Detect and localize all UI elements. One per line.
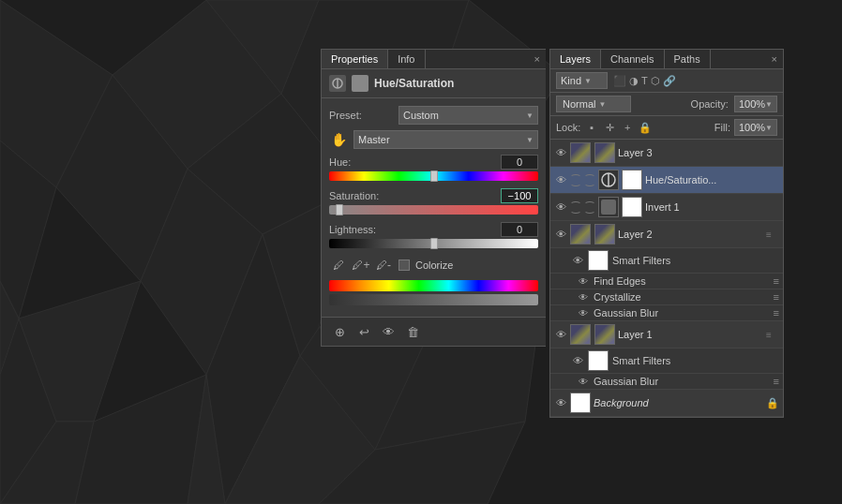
tab-paths[interactable]: Paths xyxy=(665,50,711,68)
layer1-thumb2 xyxy=(594,324,615,345)
hue-sat-icon xyxy=(352,75,368,92)
panel-header: Hue/Saturation xyxy=(322,69,546,98)
visibility-btn[interactable]: 👁 xyxy=(378,321,398,342)
eyedropper-plus-btn[interactable]: 🖊+ xyxy=(352,256,370,274)
smart-filters-layer2-vis[interactable]: 👁 xyxy=(571,254,584,267)
blend-mode-dropdown[interactable]: Normal ▼ xyxy=(556,96,631,112)
hue-gradient-track[interactable] xyxy=(329,171,538,181)
opacity-arrow: ▼ xyxy=(765,100,773,109)
shape-filter-icon[interactable]: ⬡ xyxy=(651,75,660,87)
add-adj-btn[interactable]: ⊕ xyxy=(329,321,350,342)
find-edges-vis[interactable]: 👁 xyxy=(579,276,588,287)
eyedropper-btn[interactable]: 🖊 xyxy=(329,256,348,274)
colorize-checkbox[interactable] xyxy=(398,259,410,271)
layers-close-btn[interactable]: × xyxy=(766,50,783,68)
opacity-value[interactable]: 100% ▼ xyxy=(734,96,777,112)
filter-gaussian-blur-layer2[interactable]: 👁 Gaussian Blur ≡ xyxy=(550,305,783,321)
invert1-visibility-icon[interactable]: 👁 xyxy=(554,200,567,214)
saturation-slider-thumb[interactable] xyxy=(336,204,343,215)
pixel-filter-icon[interactable]: ⬛ xyxy=(613,75,626,87)
lightness-slider-thumb[interactable] xyxy=(430,238,438,249)
hue-slider-thumb[interactable] xyxy=(430,170,438,182)
lightness-gradient-track[interactable] xyxy=(329,239,538,248)
preset-dropdown[interactable]: Custom ▼ xyxy=(398,106,538,125)
saturation-label: Saturation: xyxy=(329,190,379,201)
gaussian-blur-layer1-options-icon[interactable]: ≡ xyxy=(774,376,779,387)
layer3-visibility-icon[interactable]: 👁 xyxy=(554,146,567,159)
lock-bar: Lock: ▪ ✛ + 🔒 Fill: 100% ▼ xyxy=(550,116,783,140)
lock-icons: ▪ ✛ + 🔒 xyxy=(584,120,653,135)
layer-item-background[interactable]: 👁 Background 🔒 xyxy=(550,390,783,417)
saturation-gradient-track[interactable] xyxy=(329,205,538,215)
kind-dropdown[interactable]: Kind ▼ xyxy=(556,72,608,89)
smart-filters-layer1-vis[interactable]: 👁 xyxy=(571,354,584,367)
gaussian-blur-layer2-options-icon[interactable]: ≡ xyxy=(774,307,779,319)
hue-sat-visibility-icon[interactable]: 👁 xyxy=(554,173,567,186)
tab-properties[interactable]: Properties xyxy=(322,50,388,68)
adj-filter-icon[interactable]: ◑ xyxy=(629,75,639,87)
eyedropper-minus-btn[interactable]: 🖊- xyxy=(374,256,393,274)
filter-find-edges[interactable]: 👁 Find Edges ≡ xyxy=(550,274,783,289)
channel-row: ✋ Master ▼ xyxy=(329,130,538,149)
delete-btn[interactable]: 🗑 xyxy=(402,321,423,342)
opacity-label: Opacity: xyxy=(691,98,729,110)
filter-gaussian-blur-layer1[interactable]: 👁 Gaussian Blur ≡ xyxy=(550,374,783,390)
tab-channels[interactable]: Channels xyxy=(601,50,664,68)
layer1-visibility-icon[interactable]: 👁 xyxy=(554,328,567,341)
gaussian-blur-layer2-name: Gaussian Blur xyxy=(594,307,771,319)
smart-filter-icon[interactable]: 🔗 xyxy=(663,75,676,87)
hue-color-bar xyxy=(329,280,538,291)
gaussian-blur-layer2-vis[interactable]: 👁 xyxy=(579,308,588,319)
fill-value[interactable]: 100% ▼ xyxy=(734,119,777,136)
layer-item-layer3[interactable]: 👁 Layer 3 xyxy=(550,140,783,167)
properties-panel: Properties Info × Hue/Saturation Preset:… xyxy=(321,49,546,347)
background-lock-icon: 🔒 xyxy=(766,397,779,409)
hue-sat-name: Hue/Saturatio... xyxy=(645,174,779,185)
layer-item-layer1[interactable]: 👁 Layer 1 ≡ xyxy=(550,321,783,348)
lock-pixels-icon[interactable]: ▪ xyxy=(584,120,599,135)
smart-filters-layer1-thumb xyxy=(588,350,609,371)
layer2-name: Layer 2 xyxy=(618,229,763,240)
lock-artboard-icon[interactable]: + xyxy=(620,120,635,135)
layer-item-hue-sat[interactable]: 👁 ⁐ ⁐ Hue/Saturatio... xyxy=(550,167,783,194)
gaussian-blur-layer1-vis[interactable]: 👁 xyxy=(579,377,588,387)
layer2-visibility-icon[interactable]: 👁 xyxy=(554,228,567,241)
gaussian-blur-layer1-name: Gaussian Blur xyxy=(594,376,771,387)
lock-all-icon[interactable]: 🔒 xyxy=(638,120,653,135)
lock-position-icon[interactable]: ✛ xyxy=(602,120,617,135)
blend-mode-arrow: ▼ xyxy=(598,100,606,109)
smart-filters-layer1[interactable]: 👁 Smart Filters xyxy=(550,348,783,374)
layer-item-invert1[interactable]: 👁 ⁐ ⁐ Invert 1 xyxy=(550,194,783,221)
layer2-thumb xyxy=(570,224,591,245)
background-visibility-icon[interactable]: 👁 xyxy=(554,396,567,409)
type-filter-icon[interactable]: T xyxy=(641,75,648,87)
layer1-options-icon[interactable]: ≡ xyxy=(766,330,779,340)
tab-layers[interactable]: Layers xyxy=(550,50,601,68)
properties-close-btn[interactable]: × xyxy=(529,50,546,68)
invert1-chain2: ⁐ xyxy=(584,201,595,213)
reset-btn[interactable]: ↩ xyxy=(353,321,374,342)
hue-value[interactable]: 0 xyxy=(501,155,538,170)
hue-sat-mask-chain: ⁐ xyxy=(584,174,595,185)
find-edges-options-icon[interactable]: ≡ xyxy=(774,275,779,287)
hue-sat-mask-thumb xyxy=(622,170,642,190)
hue-sat-link-chain: ⁐ xyxy=(570,174,581,185)
smart-filters-layer2-label: Smart Filters xyxy=(612,255,670,266)
lightness-value[interactable]: 0 xyxy=(501,222,538,237)
saturation-value[interactable]: −100 xyxy=(501,188,538,203)
invert1-mask-thumb xyxy=(622,197,642,217)
layer2-options-icon[interactable]: ≡ xyxy=(766,230,779,240)
crystallize-vis[interactable]: 👁 xyxy=(579,292,588,303)
layer2-thumb2 xyxy=(594,224,615,245)
crystallize-options-icon[interactable]: ≡ xyxy=(774,291,779,303)
channel-dropdown[interactable]: Master ▼ xyxy=(353,130,538,149)
fill-arrow: ▼ xyxy=(765,124,773,132)
saturation-slider-row: Saturation: −100 xyxy=(329,188,538,215)
layers-tabs: Layers Channels Paths × xyxy=(550,50,783,69)
hue-sat-adj-thumb xyxy=(598,170,619,190)
kind-arrow: ▼ xyxy=(584,77,592,85)
smart-filters-layer2[interactable]: 👁 Smart Filters xyxy=(550,248,783,274)
layer-item-layer2[interactable]: 👁 Layer 2 ≡ xyxy=(550,221,783,248)
tab-info[interactable]: Info xyxy=(388,50,425,68)
filter-crystallize[interactable]: 👁 Crystallize ≡ xyxy=(550,289,783,305)
